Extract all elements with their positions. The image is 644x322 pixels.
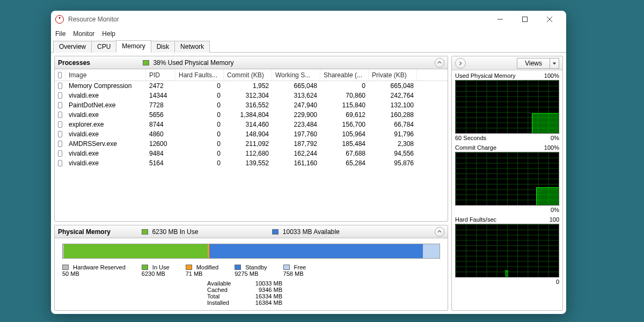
tab-network[interactable]: Network — [174, 41, 210, 53]
legend-item-free: Free758 MB — [283, 264, 306, 277]
cell-image: vivaldi.exe — [65, 130, 146, 138]
row-checkbox[interactable] — [58, 141, 62, 147]
collapse-button[interactable] — [435, 58, 444, 68]
views-dropdown[interactable]: Views — [517, 58, 559, 69]
cell-private: 66,784 — [369, 121, 417, 128]
table-row[interactable]: vivaldi.exe94840112,680162,24467,68894,5… — [55, 149, 448, 158]
cell-pid: 14344 — [146, 92, 175, 99]
cell-image: AMDRSServ.exe — [65, 140, 146, 148]
cell-pid: 12600 — [146, 140, 175, 148]
chart-canvas — [455, 80, 559, 134]
table-row[interactable]: Memory Compression247201,952665,0480665,… — [55, 81, 448, 91]
cell-shareable: 70,860 — [320, 92, 369, 99]
cell-shareable: 69,612 — [320, 111, 369, 119]
column-checkbox[interactable] — [55, 69, 65, 80]
tab-overview[interactable]: Overview — [53, 41, 92, 53]
svg-marker-4 — [553, 62, 556, 64]
processes-header[interactable]: Processes 38% Used Physical Memory — [55, 56, 448, 69]
cell-hard-faults: 0 — [175, 121, 224, 128]
table-row[interactable]: PaintDotNet.exe77280316,552247,940115,84… — [55, 100, 448, 110]
cell-private: 94,556 — [369, 150, 417, 157]
cell-commit: 139,552 — [224, 159, 272, 167]
charts-nav-button[interactable] — [455, 58, 466, 69]
minimize-button[interactable] — [488, 11, 513, 28]
cell-working-set: 223,484 — [272, 121, 320, 128]
resource-monitor-window: Resource Monitor File Monitor Help Overv… — [51, 11, 566, 314]
column-shareable[interactable]: Shareable (... — [320, 69, 369, 80]
column-hard-faults[interactable]: Hard Faults... — [175, 69, 224, 80]
cell-shareable: 115,840 — [320, 101, 369, 109]
row-checkbox[interactable] — [58, 102, 62, 108]
cell-working-set: 313,624 — [272, 92, 320, 99]
column-pid[interactable]: PID — [146, 69, 175, 80]
charts-header: Views — [452, 56, 562, 70]
charts-sidebar: Views Used Physical Memory100% 60 Second… — [451, 56, 563, 311]
cell-shareable: 105,964 — [320, 130, 369, 138]
column-working-set[interactable]: Working S... — [272, 69, 320, 80]
maximize-button[interactable] — [513, 11, 537, 28]
cell-image: vivaldi.exe — [65, 92, 146, 99]
column-commit[interactable]: Commit (KB) — [224, 69, 272, 80]
column-image[interactable]: Image — [65, 69, 146, 80]
membar-segment-free — [423, 244, 440, 258]
cell-private: 132,100 — [369, 101, 417, 109]
cell-working-set: 162,244 — [272, 150, 320, 157]
table-row[interactable]: vivaldi.exe143440312,304313,62470,860242… — [55, 91, 448, 100]
menu-monitor[interactable]: Monitor — [73, 30, 94, 38]
tab-disk[interactable]: Disk — [151, 41, 175, 53]
cell-shareable: 65,284 — [320, 159, 369, 167]
row-checkbox[interactable] — [58, 160, 62, 166]
legend-item-standby: Standby9275 MB — [235, 264, 267, 277]
svg-rect-1 — [523, 17, 528, 22]
legend-chip-icon — [283, 265, 290, 270]
physical-memory-panel: Physical Memory 6230 MB In Use 10033 MB … — [54, 225, 448, 311]
cell-pid: 5656 — [146, 111, 175, 119]
row-checkbox[interactable] — [58, 83, 62, 89]
table-row[interactable]: AMDRSServ.exe126000211,092187,792185,484… — [55, 139, 448, 149]
table-row[interactable]: vivaldi.exe48600148,904197,760105,96491,… — [55, 129, 448, 139]
cell-pid: 8744 — [146, 121, 175, 128]
cell-image: vivaldi.exe — [65, 111, 146, 119]
tab-cpu[interactable]: CPU — [91, 41, 116, 53]
cell-image: PaintDotNet.exe — [65, 101, 146, 109]
cell-working-set: 665,048 — [272, 82, 320, 90]
column-private[interactable]: Private (KB) — [369, 69, 417, 80]
cell-private: 665,048 — [369, 82, 417, 90]
cell-shareable: 0 — [320, 82, 369, 90]
close-button[interactable] — [537, 11, 562, 28]
legend-chip-icon — [142, 265, 148, 270]
row-checkbox[interactable] — [58, 150, 62, 157]
menu-file[interactable]: File — [55, 30, 65, 38]
cell-hard-faults: 0 — [175, 130, 224, 138]
cell-pid: 4860 — [146, 130, 175, 138]
collapse-button[interactable] — [435, 227, 444, 237]
cell-pid: 7728 — [146, 101, 175, 109]
cell-hard-faults: 0 — [175, 140, 224, 148]
cell-working-set: 229,900 — [272, 111, 320, 119]
physmem-title: Physical Memory — [58, 228, 111, 236]
table-row[interactable]: explorer.exe87440314,460223,484156,70066… — [55, 120, 448, 129]
cell-working-set: 161,160 — [272, 159, 320, 167]
tab-memory[interactable]: Memory — [116, 40, 151, 53]
cell-shareable: 156,700 — [320, 121, 369, 128]
chevron-down-icon — [550, 61, 559, 65]
row-checkbox[interactable] — [58, 92, 62, 99]
window-title: Resource Monitor — [68, 16, 119, 23]
table-row[interactable]: vivaldi.exe51640139,552161,16065,28495,8… — [55, 158, 448, 168]
membar-segment-standby — [209, 244, 423, 258]
cell-working-set: 197,760 — [272, 130, 320, 138]
row-checkbox[interactable] — [58, 121, 62, 128]
titlebar[interactable]: Resource Monitor — [51, 11, 566, 28]
cell-image: vivaldi.exe — [65, 159, 146, 167]
row-checkbox[interactable] — [58, 131, 62, 137]
menubar: File Monitor Help — [51, 28, 566, 40]
cell-pid: 9484 — [146, 150, 175, 157]
menu-help[interactable]: Help — [102, 30, 115, 38]
table-row[interactable]: vivaldi.exe565601,384,804229,90069,61216… — [55, 110, 448, 120]
process-table-body[interactable]: Memory Compression247201,952665,0480665,… — [55, 81, 448, 221]
physmem-header[interactable]: Physical Memory 6230 MB In Use 10033 MB … — [55, 225, 448, 238]
cell-hard-faults: 0 — [175, 92, 224, 99]
row-checkbox[interactable] — [58, 112, 62, 118]
cell-commit: 316,552 — [224, 101, 272, 109]
physmem-inuse: 6230 MB In Use — [142, 228, 198, 236]
